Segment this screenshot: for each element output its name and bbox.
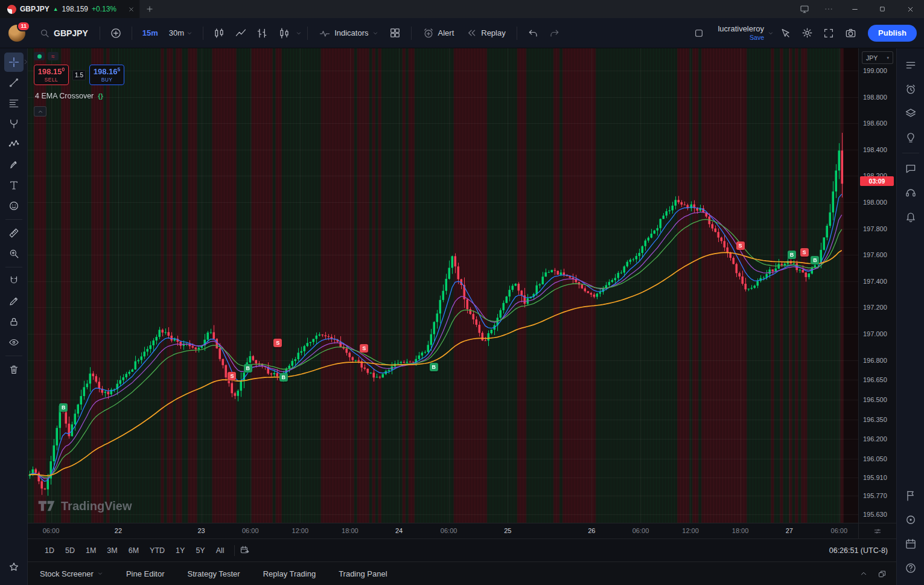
support-button[interactable]	[901, 183, 920, 202]
interval-menu-button[interactable]: 30m	[164, 23, 197, 43]
replay-button[interactable]: Replay	[460, 23, 511, 43]
source-code-icon[interactable]: {}	[98, 92, 103, 100]
buy-trade-marker[interactable]: B	[788, 251, 796, 259]
fib-retracement-tool[interactable]	[4, 94, 24, 113]
panel-tab-stock-screener[interactable]: Stock Screener	[40, 569, 103, 578]
ideas-button[interactable]	[901, 128, 920, 147]
crosshair-tool[interactable]	[4, 53, 24, 72]
range-1d-button[interactable]: 1D	[40, 544, 59, 557]
candlestick-chart-canvas[interactable]	[28, 48, 858, 523]
range-6m-button[interactable]: 6M	[124, 544, 144, 557]
remove-drawings-button[interactable]	[4, 360, 24, 379]
favorites-star-icon[interactable]	[4, 557, 24, 577]
screen-share-icon[interactable]	[792, 4, 817, 14]
quick-search-button[interactable]	[775, 23, 795, 43]
settings-gear-icon[interactable]	[797, 23, 817, 43]
buy-trade-marker[interactable]: B	[59, 403, 68, 412]
time-axis[interactable]: 06:00222306:0012:0018:002406:00252606:00…	[28, 523, 896, 539]
axis-settings-icon[interactable]	[873, 527, 882, 535]
range-1y-button[interactable]: 1Y	[171, 544, 190, 557]
buy-trade-marker[interactable]: B	[811, 256, 819, 264]
panel-tab-replay-trading[interactable]: Replay Trading	[263, 569, 316, 578]
emoji-tool[interactable]	[4, 196, 24, 216]
close-button[interactable]	[896, 0, 924, 18]
sell-trade-marker[interactable]: S	[273, 339, 282, 347]
interval-15m-button[interactable]: 15m	[138, 23, 163, 43]
range-1m-button[interactable]: 1M	[81, 544, 101, 557]
more-options-icon[interactable]	[817, 4, 841, 14]
layout-menu-chevron[interactable]	[768, 30, 774, 36]
text-tool[interactable]	[4, 176, 24, 195]
object-tree-button[interactable]	[901, 104, 920, 123]
tab-close-icon[interactable]	[128, 6, 135, 13]
sell-trade-marker[interactable]: S	[360, 344, 368, 353]
range-5d-button[interactable]: 5D	[60, 544, 80, 557]
calendar-button[interactable]	[901, 534, 920, 554]
indicator-legend[interactable]: 4 EMA Crossover {}	[35, 92, 103, 100]
sell-button[interactable]: 198.150 SELL	[34, 65, 69, 85]
legend-collapse-button[interactable]	[34, 106, 46, 117]
fullscreen-icon[interactable]	[818, 23, 839, 43]
approx-status-chip[interactable]: ≈	[48, 52, 59, 60]
publish-button[interactable]: Publish	[868, 25, 917, 42]
new-tab-button[interactable]	[140, 0, 159, 18]
panel-tab-pine-editor[interactable]: Pine Editor	[126, 569, 165, 578]
panel-tab-strategy-tester[interactable]: Strategy Tester	[187, 569, 240, 578]
app-tab[interactable]: GBPJPY ▲ 198.159 +0.13%	[0, 0, 140, 18]
screenshot-camera-icon[interactable]	[840, 23, 861, 43]
chart-pane[interactable]: ≈ 198.150 SELL 1.5 198.165 BUY	[28, 48, 858, 523]
range-5y-button[interactable]: 5Y	[191, 544, 209, 557]
pattern-tool[interactable]	[4, 135, 24, 154]
chart-type-hollow-candles-icon[interactable]	[274, 23, 295, 43]
alert-button[interactable]: Alert	[417, 23, 460, 43]
connection-status-chip[interactable]	[34, 52, 45, 60]
chat-button[interactable]	[901, 159, 920, 178]
chart-type-menu-chevron[interactable]	[296, 30, 302, 36]
brush-tool[interactable]	[4, 155, 24, 174]
panel-restore-icon[interactable]	[878, 569, 887, 578]
sell-trade-marker[interactable]: S	[736, 241, 745, 250]
layout-save-widget[interactable]: lucrativeleroy Save	[718, 25, 764, 41]
sell-trade-marker[interactable]: S	[800, 248, 809, 257]
panel-tab-trading-panel[interactable]: Trading Panel	[339, 569, 387, 578]
price-scale-currency-dropdown[interactable]: JPY ▾	[862, 51, 893, 64]
maximize-button[interactable]	[868, 0, 896, 18]
price-scale[interactable]: JPY ▾ 199.000198.800198.600198.400198.20…	[858, 48, 896, 523]
symbol-search[interactable]: GBPJPY	[34, 23, 94, 43]
buy-button[interactable]: 198.165 BUY	[89, 65, 124, 85]
magnet-mode-button[interactable]	[4, 271, 24, 290]
minimize-button[interactable]	[841, 0, 868, 18]
user-avatar[interactable]: 11	[8, 25, 25, 42]
sell-trade-marker[interactable]: S	[228, 372, 236, 380]
buy-trade-marker[interactable]: B	[279, 373, 288, 382]
notifications-button[interactable]	[901, 207, 920, 226]
drawing-mode-button[interactable]	[4, 292, 24, 311]
buy-trade-marker[interactable]: B	[430, 363, 438, 371]
redo-button[interactable]	[544, 23, 565, 43]
layout-checkbox[interactable]	[689, 23, 709, 43]
range-3m-button[interactable]: 3M	[102, 544, 122, 557]
pitchfork-tool[interactable]	[4, 114, 24, 133]
range-all-button[interactable]: All	[211, 544, 229, 557]
chart-type-line-icon[interactable]	[231, 23, 251, 43]
hide-drawings-button[interactable]	[4, 333, 24, 352]
zoom-in-tool[interactable]	[4, 244, 24, 263]
chart-type-bars-icon[interactable]	[252, 23, 273, 43]
focus-button[interactable]	[901, 510, 920, 529]
undo-button[interactable]	[523, 23, 543, 43]
indicators-button[interactable]: Indicators	[313, 23, 383, 43]
server-clock[interactable]: 06:26:51 (UTC-8)	[829, 546, 888, 555]
go-to-date-icon[interactable]	[240, 545, 250, 555]
layout-grid-button[interactable]	[385, 23, 406, 43]
alerts-button[interactable]	[901, 80, 920, 99]
measure-tool[interactable]	[4, 223, 24, 243]
compare-add-button[interactable]	[106, 23, 126, 43]
watchlist-button[interactable]	[901, 56, 920, 75]
trend-line-tool[interactable]	[4, 73, 24, 92]
economic-events-button[interactable]	[901, 486, 920, 505]
lock-drawings-button[interactable]	[4, 312, 24, 331]
panel-expand-icon[interactable]	[859, 569, 868, 578]
chart-type-candles-icon[interactable]	[209, 23, 229, 43]
save-link[interactable]: Save	[750, 34, 764, 41]
range-ytd-button[interactable]: YTD	[145, 544, 170, 557]
